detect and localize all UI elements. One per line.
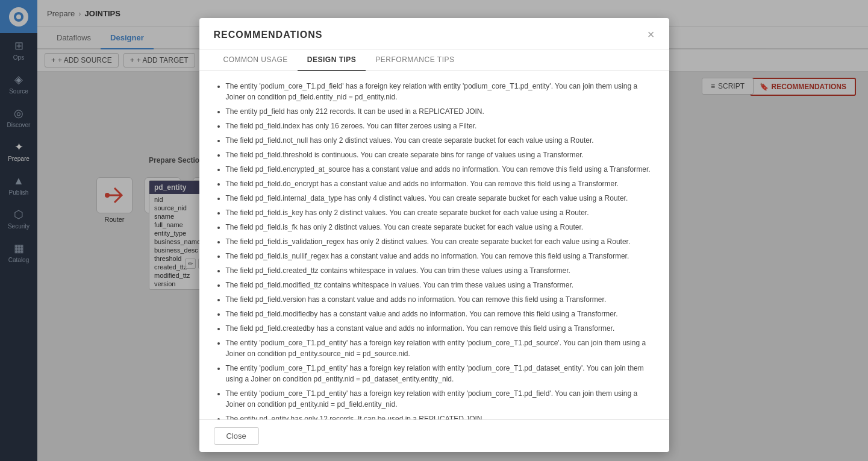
modal-tabs: COMMON USAGE DESIGN TIPS PERFORMANCE TIP… (199, 49, 669, 71)
list-item: The field pd_field.version has a constan… (226, 294, 655, 305)
list-item: The field pd_field.internal_data_type ha… (226, 193, 655, 204)
list-item: The field pd_field.encrypted_at_source h… (226, 164, 655, 175)
list-item: The field pd_field.createdby has a const… (226, 323, 655, 334)
list-item: The entity 'podium_core_T1.pd_entity' ha… (226, 337, 655, 359)
list-item: The field pd_field.not_null has only 2 d… (226, 135, 655, 146)
tab-common-usage[interactable]: COMMON USAGE (214, 49, 298, 71)
list-item: The entity 'podium_core_T1.pd_field' has… (226, 81, 655, 102)
list-item: The field pd_field.is_key has only 2 dis… (226, 207, 655, 218)
list-item: The entity pd_field has only 212 records… (226, 106, 655, 117)
modal-body: The entity 'podium_core_T1.pd_field' has… (199, 71, 669, 419)
modal-footer: Close (199, 419, 669, 452)
list-item: The field pd_field.is_fk has only 2 dist… (226, 222, 655, 233)
list-item: The entity 'podium_core_T1.pd_entity' ha… (226, 363, 655, 384)
recommendations-list: The entity 'podium_core_T1.pd_field' has… (214, 81, 655, 419)
list-item: The entity pd_entity has only 12 records… (226, 413, 655, 419)
modal-title: RECOMMENDATIONS (214, 30, 323, 40)
list-item: The field pd_field.modified_ttz contains… (226, 280, 655, 290)
list-item: The entity 'podium_core_T1.pd_entity' ha… (226, 388, 655, 410)
list-item: The field pd_field.is_validation_regex h… (226, 236, 655, 247)
list-item: The field pd_field.index has only 16 zer… (226, 121, 655, 131)
tab-performance-tips[interactable]: PERFORMANCE TIPS (366, 49, 464, 71)
recommendations-modal: RECOMMENDATIONS × COMMON USAGE DESIGN TI… (199, 18, 669, 452)
modal-close-button[interactable]: × (648, 28, 655, 42)
list-item: The field pd_field.created_ttz contains … (226, 265, 655, 276)
list-item: The field pd_field.threshold is continuo… (226, 149, 655, 160)
list-item: The field pd_field.do_encrypt has a cons… (226, 178, 655, 189)
modal-overlay: RECOMMENDATIONS × COMMON USAGE DESIGN TI… (0, 0, 868, 461)
tab-design-tips[interactable]: DESIGN TIPS (298, 49, 366, 71)
list-item: The field pd_field.modifiedby has a cons… (226, 309, 655, 319)
modal-header: RECOMMENDATIONS × (199, 18, 669, 49)
modal-footer-close-button[interactable]: Close (214, 427, 259, 445)
list-item: The field pd_field.is_nullif_regex has a… (226, 251, 655, 262)
